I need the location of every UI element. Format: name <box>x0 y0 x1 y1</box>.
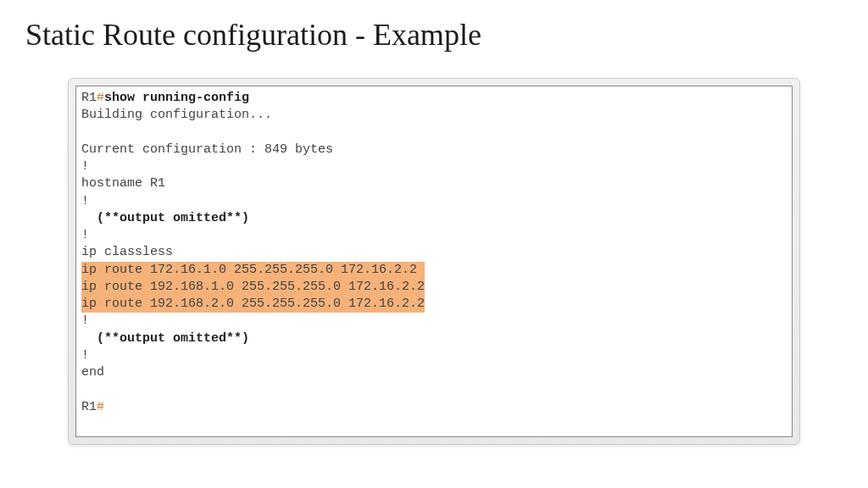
terminal-line: ! <box>81 158 787 175</box>
terminal-line-route: ip route 172.16.1.0 255.255.255.0 172.16… <box>81 262 787 279</box>
prompt-hash: # <box>97 91 104 105</box>
terminal-line: ip classless <box>81 244 787 261</box>
terminal-output: R1#show running-config Building configur… <box>75 86 793 437</box>
prompt-hash: # <box>97 400 104 414</box>
terminal-line: hostname R1 <box>81 175 787 192</box>
prompt-hostname: R1 <box>81 91 97 105</box>
terminal-line-omitted: (**output omitted**) <box>81 330 787 347</box>
terminal-line-route: ip route 192.168.2.0 255.255.255.0 172.1… <box>81 296 787 313</box>
terminal-line-omitted: (**output omitted**) <box>81 210 787 227</box>
terminal-blank-line <box>81 125 787 141</box>
terminal-blank-line <box>81 381 787 398</box>
prompt-hostname: R1 <box>81 400 97 414</box>
terminal-line: ! <box>81 313 787 330</box>
terminal-frame: R1#show running-config Building configur… <box>68 78 800 445</box>
terminal-line: ! <box>81 347 787 364</box>
terminal-line-prompt: R1# <box>81 399 787 416</box>
terminal-line: Current configuration : 849 bytes <box>81 141 787 158</box>
terminal-line: Building configuration... <box>81 107 787 124</box>
terminal-line: end <box>81 364 787 381</box>
highlighted-route: ip route 192.168.2.0 255.255.255.0 172.1… <box>81 296 425 313</box>
terminal-blank-line <box>81 416 787 433</box>
terminal-line-command: R1#show running-config <box>81 90 787 107</box>
command-text: show running-config <box>104 91 249 105</box>
terminal-line: ! <box>81 227 787 244</box>
highlighted-route: ip route 192.168.1.0 255.255.255.0 172.1… <box>81 279 425 296</box>
terminal-line-route: ip route 192.168.1.0 255.255.255.0 172.1… <box>81 279 787 296</box>
highlighted-route: ip route 172.16.1.0 255.255.255.0 172.16… <box>81 262 425 279</box>
slide-title: Static Route configuration - Example <box>25 17 843 53</box>
terminal-line: ! <box>81 193 787 210</box>
